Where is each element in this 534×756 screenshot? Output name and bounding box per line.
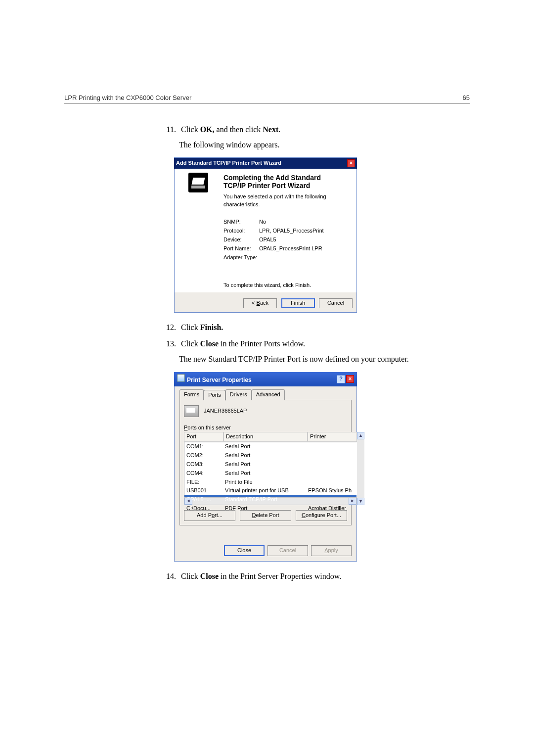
summary-label: Protocol: (223, 227, 259, 235)
step-bold: Next (263, 125, 278, 134)
cell: Print to File (223, 478, 306, 487)
cell (306, 495, 355, 504)
cell: Virtual printer port for USB (223, 486, 306, 495)
btn-text: elete Port (256, 512, 279, 518)
list-item[interactable]: USB001Virtual printer port for USBEPSON … (184, 486, 356, 495)
step-bold: Close (200, 339, 219, 348)
finish-button[interactable]: Finish (281, 298, 315, 308)
close-button[interactable]: Close (224, 545, 265, 556)
cell: FILE: (184, 478, 223, 487)
step-bold: Finish. (200, 323, 223, 331)
step-number: 14. (163, 570, 176, 582)
col-printer[interactable]: Printer (308, 432, 357, 442)
vertical-scrollbar[interactable]: ▲ ▼ (357, 432, 364, 505)
btn-text: pply (328, 547, 338, 553)
cell: Serial Port (223, 442, 306, 451)
wizard-heading-line2: TCP/IP Printer Port Wizard (223, 182, 352, 189)
cell: COM3: (184, 460, 223, 469)
col-description[interactable]: Description (223, 432, 308, 442)
dialog-title: Print Server Properties (177, 374, 252, 384)
header-left: LPR Printing with the CXP6000 Color Serv… (64, 94, 191, 101)
cell (306, 451, 355, 460)
list-item[interactable]: COM2:Serial Port (184, 451, 356, 460)
cell: USB001 (184, 486, 223, 495)
step-bold: OK, (200, 125, 215, 134)
configure-port-button[interactable]: Configure Port... (296, 510, 347, 521)
printer-port-icon (188, 173, 208, 192)
step-text: Click (181, 339, 200, 348)
cell: COM2: (184, 451, 223, 460)
step-text: . (278, 125, 280, 134)
cell (306, 478, 355, 487)
step-number: 12. (163, 322, 176, 333)
btn-accel: A (324, 547, 328, 553)
btn-text: rt... (215, 512, 222, 518)
step-number: 11. (163, 124, 176, 135)
list-item[interactable]: COM4:Serial Port (184, 469, 356, 478)
step-text: in the Printer Ports widow. (219, 339, 305, 348)
wizard-footer: To complete this wizard, click Finish. (223, 282, 352, 289)
header-page-number: 65 (463, 94, 470, 101)
cell (306, 460, 355, 469)
cell: COM4: (184, 469, 223, 478)
cell: Serial Port (223, 451, 306, 460)
scroll-up-icon[interactable]: ▲ (357, 432, 364, 439)
cell: EPSON Stylus Ph (306, 486, 355, 495)
ports-label: Ports on this server (184, 424, 347, 432)
step-text: Click (181, 125, 200, 134)
btn-text: < (252, 300, 256, 306)
delete-port-button[interactable]: Delete Port (240, 510, 291, 521)
cell (306, 469, 355, 478)
step-13-follow: The new Standard TCP/IP Printer Port is … (179, 353, 470, 365)
tab-forms[interactable]: Forms (179, 389, 204, 400)
tcpip-port-wizard: Add Standard TCP/IP Printer Port Wizard … (174, 157, 357, 313)
scroll-right-icon[interactable]: ► (349, 498, 356, 505)
wizard-title: Add Standard TCP/IP Printer Port Wizard (176, 159, 281, 167)
btn-accel: B (257, 300, 260, 306)
wizard-heading-line1: Completing the Add Standard (223, 174, 352, 182)
cell: Standard TCP/IP Port (223, 495, 306, 504)
summary-value: LPR, OPAL5_ProcessPrint (259, 227, 324, 235)
tab-drivers[interactable]: Drivers (225, 389, 252, 400)
step-number: 13. (163, 338, 176, 349)
wizard-subheading: You have selected a port with the follow… (223, 193, 352, 209)
btn-text: onfigure Port... (306, 512, 341, 518)
step-11-follow: The following window appears. (179, 139, 470, 150)
step-13: 13. Click Close in the Printer Ports wid… (163, 338, 470, 349)
btn-accel: C (302, 512, 306, 518)
list-item[interactable]: COM3:Serial Port (184, 460, 356, 469)
col-port[interactable]: Port (184, 432, 223, 442)
scroll-left-icon[interactable]: ◄ (184, 498, 192, 505)
list-item[interactable]: COM1:Serial Port (184, 442, 356, 451)
wizard-sidebar (175, 169, 222, 292)
btn-text: ack (260, 300, 268, 306)
add-port-button[interactable]: Add Port... (184, 510, 235, 521)
summary-label: Adapter Type: (223, 254, 259, 262)
list-item-selected[interactable]: OPAL5_...Standard TCP/IP Port (184, 495, 356, 504)
cell: Serial Port (223, 460, 306, 469)
label-text: orts on this server (187, 425, 230, 430)
summary-label: Port Name: (223, 245, 259, 253)
help-icon[interactable]: ? (337, 375, 345, 383)
summary-value: OPAL5_ProcessPrint LPR (259, 245, 322, 253)
cancel-button[interactable]: Cancel (319, 298, 353, 308)
ports-list[interactable]: COM1:Serial Port COM2:Serial Port COM3:S… (184, 442, 357, 497)
step-14: 14. Click Close in the Print Server Prop… (163, 570, 470, 582)
btn-text: Add P (197, 512, 212, 518)
back-button[interactable]: < Back (243, 298, 277, 308)
list-item[interactable]: FILE:Print to File (184, 478, 356, 487)
tab-strip: Forms Ports Drivers Advanced (179, 389, 352, 400)
step-12: 12. Click Finish. (163, 322, 470, 333)
step-text: in the Print Server Properties window. (219, 572, 341, 580)
close-icon[interactable]: × (346, 375, 354, 383)
cancel-button: Cancel (267, 545, 308, 556)
close-icon[interactable]: × (347, 159, 355, 167)
scroll-down-icon[interactable]: ▼ (357, 498, 364, 505)
tab-advanced[interactable]: Advanced (252, 389, 285, 400)
summary-label: SNMP: (223, 218, 259, 226)
step-text: and then click (215, 125, 263, 134)
ports-list-header: Port Description Printer (184, 432, 357, 442)
summary-value: No (259, 218, 266, 226)
cell: COM1: (184, 442, 223, 451)
tab-ports[interactable]: Ports (204, 390, 225, 401)
